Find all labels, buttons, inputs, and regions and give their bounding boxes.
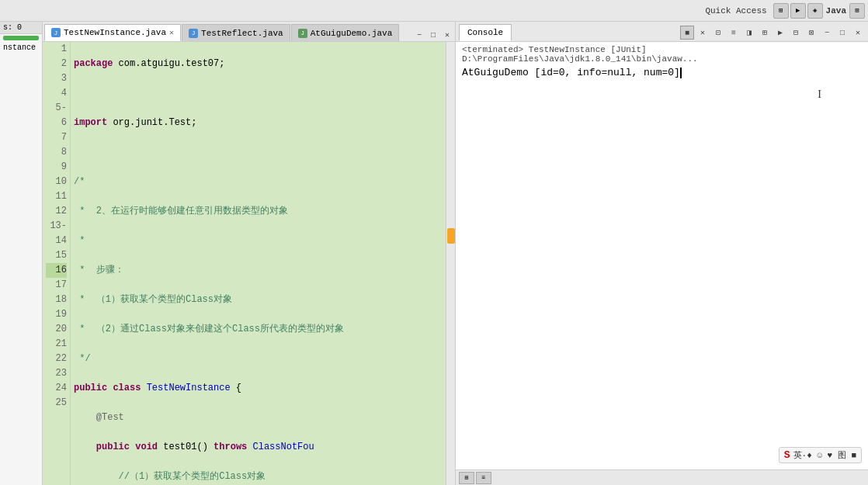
progress-bar <box>3 36 39 40</box>
ln-20: 20 <box>46 322 67 337</box>
maximize-btn[interactable]: □ <box>427 29 439 41</box>
console-scroll-lock-btn[interactable]: ⊡ <box>711 26 725 40</box>
tab-test-reflect[interactable]: J TestReflect.java <box>182 24 290 41</box>
toolbar-icons: ⊞ ▶ ◈ <box>773 3 823 19</box>
variables-label: s: 0 <box>3 23 22 32</box>
code-line-8: * 步骤： <box>74 263 443 278</box>
console-btn-9[interactable]: ⊠ <box>804 26 818 40</box>
console-content: <terminated> TestNewInstance [JUnit] D:\… <box>456 42 868 469</box>
console-maximize-btn[interactable]: □ <box>835 26 849 40</box>
console-btn-7[interactable]: ▶ <box>773 26 787 40</box>
console-close-btn[interactable]: ✕ <box>851 26 865 40</box>
code-line-15: //（1）获取某个类型的Class对象 <box>74 469 443 484</box>
ln-21: 21 <box>46 337 67 352</box>
close-btn[interactable]: ✕ <box>441 29 453 41</box>
ln-2: 2 <box>46 57 67 71</box>
tab-icon-2: J <box>189 29 198 38</box>
console-tab-label: Console <box>467 28 503 37</box>
code-line-1: package com.atguigu.test07; <box>74 57 443 71</box>
instance-item: nstance [ <box>0 42 42 54</box>
code-line-10: * （2）通过Class对象来创建这个Class所代表的类型的对象 <box>74 322 443 337</box>
console-panel: Console ■ ✕ ⊡ ≡ ◨ ⊞ ▶ <box>456 22 868 469</box>
ln-7: 7 <box>46 130 67 145</box>
tab-label-2: TestReflect.java <box>201 29 283 38</box>
code-line-7: * <box>74 234 443 248</box>
code-line-11: */ <box>74 352 443 366</box>
ime-s-icon: S <box>784 449 790 461</box>
code-editor[interactable]: package com.atguigu.test07; import org.j… <box>71 42 446 485</box>
console-stop-btn[interactable]: ■ <box>680 26 694 40</box>
scroll-indicator[interactable] <box>446 42 455 485</box>
ln-6: 6 <box>46 116 67 130</box>
code-line-3: import org.junit.Test; <box>74 116 443 130</box>
tab-icon-1: J <box>51 28 61 37</box>
ln-5: 5- <box>46 101 67 116</box>
tab-controls: − □ ✕ <box>413 29 453 41</box>
code-line-2 <box>74 86 443 101</box>
java-label: Java <box>826 6 846 16</box>
ln-18: 18 <box>46 293 67 307</box>
console-btn-8[interactable]: ⊟ <box>789 26 803 40</box>
toolbar-btn-2[interactable]: ▶ <box>790 3 806 19</box>
console-clear-btn[interactable]: ✕ <box>696 26 710 40</box>
console-wordwrap-btn[interactable]: ≡ <box>727 26 741 40</box>
ln-17: 17 <box>46 278 67 293</box>
code-line-6: * 2、在运行时能够创建任意引用数据类型的对象 <box>74 204 443 219</box>
line-numbers: 1 2 3 4 5- 6 7 8 9 10 11 12 13- 14 15 16 <box>43 42 71 485</box>
bottom-btn-1[interactable]: ⊞ <box>459 472 474 484</box>
ln-14: 14 <box>46 234 67 248</box>
ln-3: 3 <box>46 71 67 86</box>
minimize-btn[interactable]: − <box>413 29 425 41</box>
tab-atguigu-demo[interactable]: J AtGuiguDemo.java <box>291 24 400 41</box>
ln-11: 11 <box>46 189 67 204</box>
tab-close-1[interactable]: ✕ <box>169 28 174 37</box>
tab-test-new-instance[interactable]: J TestNewInstance.java ✕ <box>44 24 181 41</box>
ln-9: 9 <box>46 160 67 175</box>
console-text-cursor: I <box>818 88 821 101</box>
bottom-btn-2[interactable]: ≡ <box>476 472 491 484</box>
tab-label-1: TestNewInstance.java <box>64 28 166 37</box>
console-tab[interactable]: Console <box>459 24 512 41</box>
code-line-4 <box>74 145 443 160</box>
variables-panel: s: 0 nstance [ <box>0 22 43 485</box>
code-line-13: @Test <box>74 411 443 425</box>
console-output-text: AtGuiguDemo [id=0, info=null, num=0] <box>462 67 680 78</box>
ln-10: 10 <box>46 175 67 189</box>
ln-16: 16 <box>46 263 67 278</box>
scroll-thumb[interactable] <box>447 228 455 244</box>
tab-label-3: AtGuiguDemo.java <box>311 29 393 38</box>
ln-23: 23 <box>46 366 67 381</box>
ime-label: 英·♦ ☺ ♥ 图 ■ <box>793 449 856 461</box>
bottom-console-bar: ⊞ ≡ <box>456 469 868 485</box>
toolbar-perspective-btn[interactable]: ⊞ <box>849 3 865 19</box>
ln-8: 8 <box>46 145 67 160</box>
console-controls: ■ ✕ ⊡ ≡ ◨ ⊞ ▶ ⊟ ⊠ − □ <box>680 26 865 41</box>
tab-icon-3: J <box>298 29 307 38</box>
code-line-9: * （1）获取某个类型的Class对象 <box>74 293 443 307</box>
ln-24: 24 <box>46 381 67 396</box>
ime-toolbar[interactable]: S 英·♦ ☺ ♥ 图 ■ <box>779 447 862 463</box>
ln-12: 12 <box>46 204 67 219</box>
console-output: AtGuiguDemo [id=0, info=null, num=0] <box>462 67 862 78</box>
console-tab-bar: Console ■ ✕ ⊡ ≡ ◨ ⊞ ▶ <box>456 22 868 42</box>
ln-15: 15 <box>46 248 67 263</box>
console-header: <terminated> TestNewInstance [JUnit] D:\… <box>462 45 862 64</box>
ln-4: 4 <box>46 86 67 101</box>
code-line-12: public class TestNewInstance { <box>74 381 443 396</box>
ln-19: 19 <box>46 307 67 322</box>
ln-1: 1 <box>46 42 67 57</box>
toolbar-btn-3[interactable]: ◈ <box>807 3 823 19</box>
console-minimize-btn[interactable]: − <box>820 26 834 40</box>
editor-content: 1 2 3 4 5- 6 7 8 9 10 11 12 13- 14 15 16 <box>43 42 455 485</box>
toolbar-btn-1[interactable]: ⊞ <box>773 3 789 19</box>
variables-header: s: 0 <box>0 22 42 34</box>
editor-tab-bar: J TestNewInstance.java ✕ J TestReflect.j… <box>43 22 455 42</box>
console-cursor <box>680 68 682 78</box>
code-line-5: /* <box>74 175 443 189</box>
code-line-14: public void test01() throws ClassNotFou <box>74 440 443 455</box>
editor-panel: J TestNewInstance.java ✕ J TestReflect.j… <box>43 22 456 485</box>
console-btn-6[interactable]: ⊞ <box>758 26 772 40</box>
ln-13: 13- <box>46 219 67 234</box>
ln-22: 22 <box>46 352 67 366</box>
console-btn-5[interactable]: ◨ <box>742 26 756 40</box>
